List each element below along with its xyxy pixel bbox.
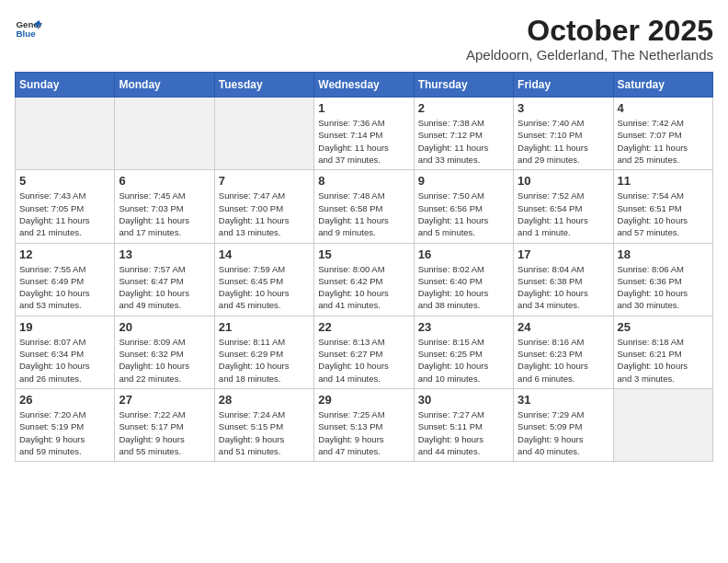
- calendar-cell: 3Sunrise: 7:40 AM Sunset: 7:10 PM Daylig…: [514, 98, 613, 170]
- day-info: Sunrise: 7:54 AM Sunset: 6:51 PM Dayligh…: [618, 190, 709, 238]
- calendar-cell: 8Sunrise: 7:48 AM Sunset: 6:58 PM Daylig…: [314, 170, 414, 243]
- calendar-cell: 26Sunrise: 7:20 AM Sunset: 5:19 PM Dayli…: [16, 388, 115, 461]
- calendar-cell: 15Sunrise: 8:00 AM Sunset: 6:42 PM Dayli…: [314, 243, 414, 316]
- day-info: Sunrise: 7:52 AM Sunset: 6:54 PM Dayligh…: [518, 190, 609, 238]
- day-number: 8: [318, 174, 409, 188]
- calendar-cell: 20Sunrise: 8:09 AM Sunset: 6:32 PM Dayli…: [115, 316, 214, 388]
- day-info: Sunrise: 7:43 AM Sunset: 7:05 PM Dayligh…: [19, 190, 110, 238]
- day-number: 10: [518, 174, 609, 188]
- calendar-header-tuesday: Tuesday: [214, 73, 313, 98]
- day-number: 27: [119, 393, 210, 407]
- day-number: 19: [19, 320, 110, 334]
- day-number: 6: [119, 174, 210, 188]
- calendar-cell: 22Sunrise: 8:13 AM Sunset: 6:27 PM Dayli…: [314, 316, 414, 388]
- day-info: Sunrise: 7:55 AM Sunset: 6:49 PM Dayligh…: [19, 263, 110, 312]
- calendar-cell: 4Sunrise: 7:42 AM Sunset: 7:07 PM Daylig…: [613, 98, 712, 170]
- calendar-cell: 19Sunrise: 8:07 AM Sunset: 6:34 PM Dayli…: [16, 316, 115, 388]
- day-info: Sunrise: 8:06 AM Sunset: 6:36 PM Dayligh…: [618, 263, 709, 312]
- calendar-cell: 30Sunrise: 7:27 AM Sunset: 5:11 PM Dayli…: [414, 388, 513, 461]
- day-info: Sunrise: 8:15 AM Sunset: 6:25 PM Dayligh…: [418, 336, 509, 385]
- month-title: October 2025: [466, 15, 713, 47]
- logo-icon: General Blue: [15, 15, 42, 42]
- day-info: Sunrise: 8:09 AM Sunset: 6:32 PM Dayligh…: [119, 336, 210, 385]
- day-number: 12: [19, 247, 110, 261]
- calendar-header-sunday: Sunday: [16, 73, 115, 98]
- day-info: Sunrise: 7:45 AM Sunset: 7:03 PM Dayligh…: [119, 190, 210, 238]
- day-number: 11: [618, 174, 709, 188]
- calendar-cell: 29Sunrise: 7:25 AM Sunset: 5:13 PM Dayli…: [314, 388, 414, 461]
- day-number: 24: [518, 320, 609, 334]
- day-number: 30: [418, 393, 509, 407]
- calendar-cell: 11Sunrise: 7:54 AM Sunset: 6:51 PM Dayli…: [613, 170, 712, 243]
- day-number: 4: [618, 101, 709, 115]
- calendar-cell: 10Sunrise: 7:52 AM Sunset: 6:54 PM Dayli…: [514, 170, 613, 243]
- day-number: 9: [418, 174, 509, 188]
- svg-text:Blue: Blue: [17, 29, 37, 39]
- day-number: 25: [618, 320, 709, 334]
- day-number: 16: [418, 247, 509, 261]
- calendar-cell: [214, 98, 313, 170]
- day-number: 13: [119, 247, 210, 261]
- calendar-cell: 7Sunrise: 7:47 AM Sunset: 7:00 PM Daylig…: [214, 170, 313, 243]
- calendar-cell: 18Sunrise: 8:06 AM Sunset: 6:36 PM Dayli…: [613, 243, 712, 316]
- day-number: 3: [518, 101, 609, 115]
- day-info: Sunrise: 8:16 AM Sunset: 6:23 PM Dayligh…: [518, 336, 609, 385]
- logo: General Blue: [15, 15, 42, 42]
- day-number: 31: [518, 393, 609, 407]
- day-info: Sunrise: 8:04 AM Sunset: 6:38 PM Dayligh…: [518, 263, 609, 312]
- calendar-week-1: 1Sunrise: 7:36 AM Sunset: 7:14 PM Daylig…: [16, 98, 713, 170]
- day-info: Sunrise: 8:02 AM Sunset: 6:40 PM Dayligh…: [418, 263, 509, 312]
- day-info: Sunrise: 7:25 AM Sunset: 5:13 PM Dayligh…: [318, 408, 409, 457]
- calendar-cell: 27Sunrise: 7:22 AM Sunset: 5:17 PM Dayli…: [115, 388, 214, 461]
- day-number: 1: [318, 101, 409, 115]
- calendar-cell: 16Sunrise: 8:02 AM Sunset: 6:40 PM Dayli…: [414, 243, 513, 316]
- day-info: Sunrise: 7:29 AM Sunset: 5:09 PM Dayligh…: [518, 408, 609, 457]
- day-info: Sunrise: 7:27 AM Sunset: 5:11 PM Dayligh…: [418, 408, 509, 457]
- day-info: Sunrise: 7:20 AM Sunset: 5:19 PM Dayligh…: [19, 408, 110, 457]
- day-number: 17: [518, 247, 609, 261]
- calendar-header-monday: Monday: [115, 73, 214, 98]
- calendar-header-row: SundayMondayTuesdayWednesdayThursdayFrid…: [16, 73, 713, 98]
- day-info: Sunrise: 7:40 AM Sunset: 7:10 PM Dayligh…: [518, 117, 609, 166]
- day-info: Sunrise: 7:48 AM Sunset: 6:58 PM Dayligh…: [318, 190, 409, 238]
- day-number: 21: [219, 320, 310, 334]
- calendar-week-4: 19Sunrise: 8:07 AM Sunset: 6:34 PM Dayli…: [16, 316, 713, 388]
- day-info: Sunrise: 7:24 AM Sunset: 5:15 PM Dayligh…: [219, 408, 310, 457]
- calendar-cell: 31Sunrise: 7:29 AM Sunset: 5:09 PM Dayli…: [514, 388, 613, 461]
- calendar-cell: 5Sunrise: 7:43 AM Sunset: 7:05 PM Daylig…: [16, 170, 115, 243]
- day-number: 7: [219, 174, 310, 188]
- calendar-cell: 28Sunrise: 7:24 AM Sunset: 5:15 PM Dayli…: [214, 388, 313, 461]
- calendar-cell: 13Sunrise: 7:57 AM Sunset: 6:47 PM Dayli…: [115, 243, 214, 316]
- calendar-cell: 2Sunrise: 7:38 AM Sunset: 7:12 PM Daylig…: [414, 98, 513, 170]
- calendar-cell: 21Sunrise: 8:11 AM Sunset: 6:29 PM Dayli…: [214, 316, 313, 388]
- day-number: 26: [19, 393, 110, 407]
- calendar-header-friday: Friday: [514, 73, 613, 98]
- day-number: 5: [19, 174, 110, 188]
- day-info: Sunrise: 7:47 AM Sunset: 7:00 PM Dayligh…: [219, 190, 310, 238]
- day-number: 15: [318, 247, 409, 261]
- day-info: Sunrise: 8:11 AM Sunset: 6:29 PM Dayligh…: [219, 336, 310, 385]
- calendar-cell: 23Sunrise: 8:15 AM Sunset: 6:25 PM Dayli…: [414, 316, 513, 388]
- calendar-cell: 17Sunrise: 8:04 AM Sunset: 6:38 PM Dayli…: [514, 243, 613, 316]
- calendar-cell: [115, 98, 214, 170]
- calendar-week-3: 12Sunrise: 7:55 AM Sunset: 6:49 PM Dayli…: [16, 243, 713, 316]
- day-info: Sunrise: 8:13 AM Sunset: 6:27 PM Dayligh…: [318, 336, 409, 385]
- calendar-week-2: 5Sunrise: 7:43 AM Sunset: 7:05 PM Daylig…: [16, 170, 713, 243]
- subtitle: Apeldoorn, Gelderland, The Netherlands: [466, 47, 713, 63]
- calendar-cell: 12Sunrise: 7:55 AM Sunset: 6:49 PM Dayli…: [16, 243, 115, 316]
- calendar: SundayMondayTuesdayWednesdayThursdayFrid…: [15, 72, 713, 462]
- day-number: 18: [618, 247, 709, 261]
- day-info: Sunrise: 8:18 AM Sunset: 6:21 PM Dayligh…: [618, 336, 709, 385]
- day-number: 22: [318, 320, 409, 334]
- day-info: Sunrise: 7:36 AM Sunset: 7:14 PM Dayligh…: [318, 117, 409, 166]
- day-number: 28: [219, 393, 310, 407]
- day-number: 29: [318, 393, 409, 407]
- calendar-cell: 25Sunrise: 8:18 AM Sunset: 6:21 PM Dayli…: [613, 316, 712, 388]
- day-number: 23: [418, 320, 509, 334]
- calendar-week-5: 26Sunrise: 7:20 AM Sunset: 5:19 PM Dayli…: [16, 388, 713, 461]
- day-info: Sunrise: 7:57 AM Sunset: 6:47 PM Dayligh…: [119, 263, 210, 312]
- day-info: Sunrise: 7:59 AM Sunset: 6:45 PM Dayligh…: [219, 263, 310, 312]
- calendar-header-thursday: Thursday: [414, 73, 513, 98]
- header: General Blue October 2025 Apeldoorn, Gel…: [15, 15, 713, 63]
- calendar-cell: 24Sunrise: 8:16 AM Sunset: 6:23 PM Dayli…: [514, 316, 613, 388]
